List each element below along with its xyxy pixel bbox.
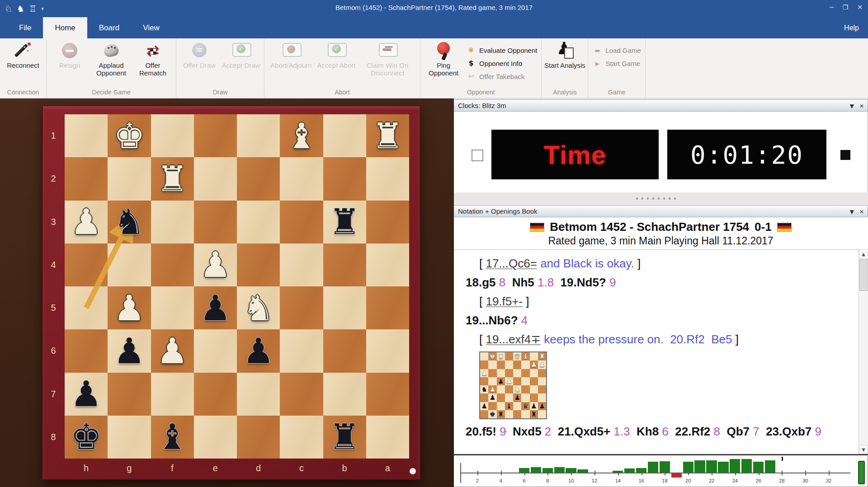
scrollbar-thumb[interactable]: [859, 259, 868, 291]
clock-checkbox[interactable]: [472, 150, 483, 161]
piece-black-king[interactable]: ♚: [65, 416, 108, 459]
piece-white-rook[interactable]: ♜: [366, 114, 409, 157]
undo-icon: [466, 72, 476, 81]
move[interactable]: 19.Nd5?: [561, 276, 606, 289]
variation-link[interactable]: 17...Qc6=: [486, 257, 537, 270]
move[interactable]: Kh8: [637, 425, 659, 438]
eval-bar-move-16[interactable]: [636, 468, 646, 473]
ping-opponent-button[interactable]: Ping Opponent: [423, 39, 464, 77]
move[interactable]: Qb7: [726, 425, 750, 438]
chevron-down-icon[interactable]: ▼: [850, 103, 854, 109]
move[interactable]: 19...Nb6?: [466, 314, 518, 327]
axis-tick-label: 8: [546, 478, 549, 483]
move[interactable]: Nh5: [512, 276, 534, 289]
ribbon-tab-row: FileHomeBoardView Help: [0, 17, 868, 38]
notation-line: [ 19.f5+- ]: [466, 292, 859, 311]
eval-bar-move-21[interactable]: [694, 460, 705, 473]
start-analysis-button[interactable]: Start Analysis: [544, 39, 585, 69]
eval-bar-move-22[interactable]: [706, 460, 717, 473]
move-time: 6: [659, 425, 669, 438]
eval-bar-move-25[interactable]: [741, 459, 752, 473]
eval-bar-move-10[interactable]: [566, 468, 576, 473]
panel-splitter[interactable]: [454, 192, 868, 205]
move[interactable]: 22.Rf2: [675, 425, 710, 438]
eval-bar-move-6[interactable]: [519, 468, 529, 473]
applaud-opponent-button[interactable]: Applaud Opponent: [90, 39, 132, 77]
eval-bar-move-8[interactable]: [542, 468, 553, 473]
piece-black-knight[interactable]: ♞: [108, 201, 151, 244]
move[interactable]: 23.Qxb7: [766, 425, 811, 438]
mini-piece: ♛: [513, 352, 521, 361]
opponent-info-button[interactable]: Opponent Info: [466, 58, 537, 69]
offer-takeback-button: Offer Takeback: [466, 71, 537, 82]
piece-white-pawn[interactable]: ♟: [151, 329, 194, 372]
chart-x-axis: [460, 473, 850, 473]
scroll-down-icon[interactable]: ▼: [859, 445, 868, 454]
mini-piece: ♞: [513, 385, 521, 393]
eval-bar-move-17[interactable]: [648, 462, 658, 473]
mini-piece: ♛: [521, 402, 529, 410]
move[interactable]: 21.Qxd5+: [558, 425, 610, 438]
move-time: 8: [496, 276, 506, 289]
axis-tick-label: 4: [500, 478, 502, 483]
eval-scroll-handle[interactable]: [858, 461, 865, 484]
piece-white-rook[interactable]: ♜: [151, 157, 194, 200]
eval-bar-move-14[interactable]: [613, 471, 623, 473]
maximize-button[interactable]: ❐: [843, 4, 849, 11]
eval-bar-move-26[interactable]: [753, 462, 764, 473]
piece-white-pawn[interactable]: ♟: [65, 201, 108, 244]
move[interactable]: 20.f5!: [466, 425, 496, 438]
eval-bar-move-11[interactable]: [577, 469, 588, 473]
ribbon-group-draw: Offer DrawAccept DrawDraw: [176, 38, 264, 98]
eval-bar-move-7[interactable]: [531, 467, 541, 473]
variation-link[interactable]: 19.f5+-: [486, 295, 523, 308]
piece-black-rook[interactable]: ♜: [323, 201, 366, 244]
tab-file[interactable]: File: [7, 17, 43, 38]
minimize-button[interactable]: ─: [830, 4, 833, 11]
eval-bar-move-24[interactable]: [730, 459, 740, 473]
resign-button: Resign: [49, 39, 90, 69]
piece-black-rook[interactable]: ♜: [323, 416, 366, 459]
eval-bar-move-9[interactable]: [554, 467, 565, 473]
eval-bar-move-23[interactable]: [718, 462, 728, 473]
tab-view[interactable]: View: [131, 17, 171, 38]
move[interactable]: 18.g5: [466, 276, 496, 289]
close-icon[interactable]: ✕: [859, 209, 864, 215]
offer-rematch-button[interactable]: Offer Rematch: [132, 39, 174, 77]
chevron-down-icon[interactable]: ▼: [850, 209, 854, 215]
piece-white-king[interactable]: ♚: [108, 114, 151, 157]
mini-piece: ♟: [530, 361, 538, 369]
eval-bar-move-15[interactable]: [624, 468, 635, 473]
piece-black-pawn[interactable]: ♟: [65, 373, 108, 416]
tab-board[interactable]: Board: [87, 17, 131, 38]
tab-home[interactable]: Home: [43, 17, 87, 38]
help-button[interactable]: Help: [844, 17, 859, 38]
ribbon-group-abort: Abort/AdjournAccept AbortClaim Win On Di…: [264, 38, 420, 98]
scroll-up-icon[interactable]: ▲: [859, 249, 868, 258]
eval-bar-move-27[interactable]: [765, 460, 775, 473]
piece-white-pawn[interactable]: ♟: [108, 286, 151, 329]
notation-scrollbar[interactable]: ▲ ▼: [859, 249, 868, 454]
piece-white-pawn[interactable]: ♟: [194, 244, 237, 286]
eval-bar-move-19[interactable]: [671, 473, 682, 478]
mini-piece: ♚: [488, 352, 496, 361]
mini-piece: ♟: [488, 385, 496, 393]
variation-link[interactable]: 19...exf4∓: [486, 332, 541, 346]
move[interactable]: Nxd5: [513, 425, 542, 438]
eval-bar-move-20[interactable]: [683, 462, 693, 473]
piece-white-knight[interactable]: ♞: [237, 286, 280, 329]
evaluate-opponent-button[interactable]: Evaluate Opponent: [466, 45, 537, 56]
chess-board-frame: 12345678 hgfedcba ♚♝♜♜♟♟♟♞♟♞♜♟♟♟♟♚♝♜: [42, 105, 420, 480]
close-icon[interactable]: ✕: [859, 103, 864, 109]
reconnect-button[interactable]: Reconnect: [2, 39, 44, 69]
load-icon: [592, 46, 602, 55]
clock-time-value: 0:01:20: [690, 140, 803, 169]
close-button[interactable]: ✕: [857, 4, 863, 11]
axis-tick-label: 16: [638, 478, 644, 483]
piece-black-pawn[interactable]: ♟: [194, 286, 237, 329]
piece-black-pawn[interactable]: ♟: [108, 329, 151, 372]
piece-white-bishop[interactable]: ♝: [280, 114, 323, 157]
piece-black-pawn[interactable]: ♟: [237, 329, 280, 372]
eval-bar-move-18[interactable]: [660, 461, 670, 473]
piece-black-bishop[interactable]: ♝: [151, 416, 194, 459]
